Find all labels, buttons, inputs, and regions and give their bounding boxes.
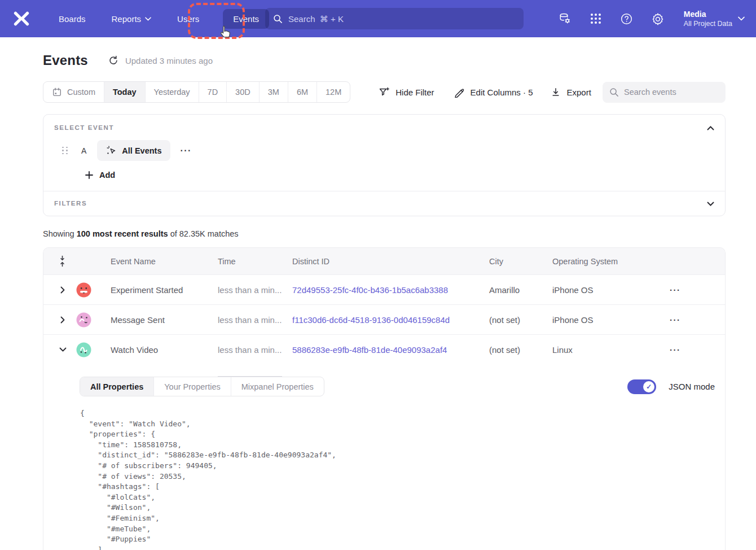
edit-columns-button[interactable]: Edit Columns · 5 [454,86,533,98]
row-more-icon[interactable]: ··· [669,345,681,355]
date-range-label: 30D [235,88,250,97]
row-more-icon[interactable]: ··· [669,285,681,295]
date-range-label: 3M [268,88,279,97]
global-search[interactable] [265,8,524,29]
cell-event-name: Watch Video [111,345,218,355]
cell-time: less than a min... [218,315,292,325]
column-header-os[interactable]: Operating System [552,257,669,266]
event-selector-pill[interactable]: All Events [97,140,170,161]
event-row-letter: A [81,146,86,155]
refresh-icon[interactable] [108,55,118,66]
event-query-row: A All Events ··· [54,140,714,161]
events-table: Event Name Time Distinct ID City Operati… [43,247,726,550]
cell-time: less than a min... [218,345,292,355]
date-range-today[interactable]: Today [104,82,145,102]
mixpanel-logo-icon[interactable] [14,11,29,27]
date-range-label: Yesterday [154,88,190,97]
calendar-icon [52,87,62,97]
cell-distinct-id-link[interactable]: 5886283e-e9fb-48fb-81de-40e9093a2af4 [292,345,489,355]
filter-icon [379,86,390,98]
nav-label: Boards [59,14,86,24]
table-row[interactable]: Experiment Started less than a min... 72… [43,274,725,304]
tab-your-properties[interactable]: Your Properties [153,377,230,396]
help-icon[interactable] [619,11,634,26]
settings-icon[interactable] [650,11,665,26]
json-mode-label: JSON mode [669,382,715,391]
global-search-input[interactable] [288,14,516,24]
date-range-label: 6M [297,88,308,97]
cell-city: (not set) [489,345,552,355]
cell-event-name: Experiment Started [111,285,218,295]
export-label: Export [566,88,591,97]
expand-section-icon[interactable] [704,197,717,211]
date-range-12m[interactable]: 12M [317,82,350,102]
tab-mixpanel-properties[interactable]: Mixpanel Properties [231,377,324,396]
cell-city: Amarillo [489,285,552,295]
column-header-city[interactable]: City [489,257,552,266]
event-more-icon[interactable]: ··· [180,146,191,156]
column-header-time[interactable]: Time [218,257,292,266]
date-range-6m[interactable]: 6M [288,82,317,102]
expand-row-icon[interactable] [58,285,67,294]
nav-item-boards[interactable]: Boards [56,9,88,29]
table-header: Event Name Time Distinct ID City Operati… [43,248,725,274]
date-range-30d[interactable]: 30D [226,82,259,102]
pencil-icon [454,86,465,98]
toggle-check-icon: ✓ [643,381,654,392]
nav-label: Reports [112,14,142,24]
divider [218,376,282,377]
drag-handle-icon[interactable] [62,147,68,155]
filters-section: FILTERS [43,191,725,216]
results-summary: Showing 100 most recent results of 82.35… [43,229,726,238]
date-range-yesterday[interactable]: Yesterday [145,82,199,102]
cell-distinct-id-link[interactable]: f11c30d6-dc6d-4518-9136-0d046159c84d [292,315,489,325]
date-range-3m[interactable]: 3M [259,82,288,102]
last-updated-text: Updated 3 minutes ago [125,56,213,66]
cell-distinct-id-link[interactable]: 72d49553-25fc-4f0c-b436-1b5ac6ab3388 [292,285,489,295]
table-row[interactable]: Message Sent less than a min... f11c30d6… [43,304,725,334]
filters-label: FILTERS [54,200,714,207]
column-header-event-name[interactable]: Event Name [111,257,218,266]
cell-city: (not set) [489,315,552,325]
title-row: Events Updated 3 minutes ago [43,53,726,68]
row-more-icon[interactable]: ··· [669,315,681,325]
results-count: 100 most recent results [77,229,168,238]
tab-all-properties[interactable]: All Properties [80,377,153,396]
nav-label: Events [233,14,259,24]
hide-filter-label: Hide Filter [395,88,434,97]
export-button[interactable]: Export [551,87,591,97]
nav-label: Users [177,14,199,24]
navbar-actions: Media All Project Data [557,0,745,37]
events-search[interactable] [603,82,726,103]
main-content: Events Updated 3 minutes ago Custom Toda… [43,37,726,550]
nav-item-users[interactable]: Users [175,9,201,29]
collapse-row-icon[interactable] [58,345,67,354]
event-avatar [76,282,91,298]
magic-cursor-icon [106,145,117,156]
date-range-7d[interactable]: 7D [199,82,227,102]
events-search-input[interactable] [624,88,719,97]
project-switcher[interactable]: Media All Project Data [684,9,745,28]
data-management-icon[interactable] [557,11,572,26]
results-prefix: Showing [43,229,77,238]
date-range-custom[interactable]: Custom [43,82,104,102]
results-suffix: of 82.35K matches [168,229,239,238]
column-header-distinct-id[interactable]: Distinct ID [292,257,489,266]
table-row-expanded[interactable]: Watch Video less than a min... 5886283e-… [43,334,725,364]
expand-row-icon[interactable] [58,315,67,324]
nav-item-events[interactable]: Events [223,9,269,29]
toolbar: Custom Today Yesterday 7D 30D 3M 6M 12M … [43,81,726,103]
cell-event-name: Message Sent [111,315,218,325]
date-range-label: Custom [67,88,95,97]
edit-columns-label: Edit Columns · 5 [471,88,533,97]
hide-filter-button[interactable]: Hide Filter [379,86,434,98]
detail-panel-header: All Properties Your Properties Mixpanel … [80,377,715,396]
project-scope: All Project Data [684,19,732,28]
collapse-all-rows-icon[interactable] [59,255,66,267]
json-mode-toggle[interactable]: ✓ [627,379,656,394]
collapse-section-icon[interactable] [704,121,717,135]
apps-grid-icon[interactable] [588,11,603,26]
add-event-button[interactable]: Add [85,171,115,180]
nav-item-reports[interactable]: Reports [109,9,154,29]
primary-nav: Boards Reports Users Events [56,9,269,29]
